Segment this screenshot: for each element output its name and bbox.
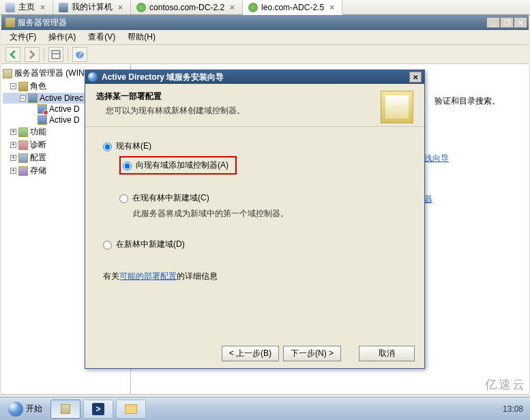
separator — [68, 48, 68, 61]
expand-icon[interactable]: + — [10, 142, 16, 148]
tree-label: 功能 — [30, 126, 46, 138]
dialog-buttons: < 上一步(B) 下一步(N) > 取消 — [222, 346, 415, 361]
radio-existing-forest[interactable] — [103, 142, 112, 151]
radio-add-dc[interactable] — [123, 162, 132, 170]
taskbar: 开始 > 13:08 — [0, 397, 530, 420]
tab-mycomputer[interactable]: 我的计算机 × — [53, 0, 131, 14]
tab-label: leo.com-ADC-2.5 — [261, 3, 324, 12]
expand-icon[interactable]: + — [10, 129, 16, 135]
more-info: 有关可能的部署配置的详细信息 — [103, 271, 407, 282]
menu-bar: 文件(F) 操作(A) 查看(V) 帮助(H) — [1, 30, 529, 45]
back-button[interactable]: < 上一步(B) — [222, 346, 279, 361]
collapse-icon[interactable]: − — [10, 83, 16, 89]
wizard-icon — [88, 72, 98, 82]
menu-help[interactable]: 帮助(H) — [122, 30, 161, 44]
dialog-titlebar[interactable]: Active Directory 域服务安装向导 ✕ — [85, 70, 424, 84]
configuration-icon — [18, 153, 28, 163]
window-title: 服务器管理器 — [18, 17, 67, 29]
clock: 13:08 — [503, 404, 523, 414]
maximize-button[interactable]: ❐ — [500, 17, 514, 28]
more-info-prefix: 有关 — [103, 271, 119, 281]
option-label: 在新林中新建域(D) — [116, 239, 185, 250]
wizard-link[interactable]: 浅向导 — [424, 153, 449, 164]
diagnostics-icon — [18, 140, 28, 150]
pane-text-fragment: 验证和目录搜索。 — [435, 95, 500, 107]
tree-label: 配置 — [30, 152, 46, 164]
tab-label: 主页 — [18, 1, 35, 13]
server-icon — [136, 3, 146, 12]
tree-label: 诊断 — [30, 139, 46, 151]
tree-label: Active D — [49, 115, 80, 125]
tab-label: contoso.com-DC-2.2 — [149, 3, 224, 12]
details-button[interactable] — [48, 47, 63, 62]
close-icon[interactable]: × — [38, 3, 47, 12]
minimize-button[interactable]: _ — [486, 17, 500, 28]
dialog-header-subtitle: 您可以为现有林或新林创建域控制器。 — [106, 105, 381, 117]
toolbar: ? — [1, 45, 529, 64]
expand-icon[interactable]: + — [10, 155, 16, 161]
storage-icon — [18, 166, 28, 176]
cancel-button[interactable]: 取消 — [359, 346, 415, 361]
folder-icon — [125, 404, 137, 414]
tab-contoso[interactable]: contoso.com-DC-2.2 × — [131, 0, 243, 14]
start-orb-icon — [8, 402, 23, 417]
tab-home[interactable]: 主页 × — [0, 0, 53, 14]
expand-icon[interactable]: + — [10, 168, 16, 174]
option-label: 在现有林中新建域(C) — [132, 192, 209, 204]
start-label: 开始 — [26, 403, 42, 415]
svg-rect-0 — [52, 50, 60, 59]
start-button[interactable]: 开始 — [3, 400, 48, 418]
collapse-icon[interactable]: − — [20, 95, 26, 102]
dialog-header: 选择某一部署配置 您可以为现有林或新林创建域控制器。 — [85, 84, 424, 127]
server-icon — [248, 3, 258, 12]
option-new-domain-existing-forest[interactable]: 在现有林中新建域(C) — [119, 192, 407, 204]
close-button[interactable]: ✕ — [514, 17, 527, 28]
option-add-dc[interactable]: 向现有域添加域控制器(A) — [119, 156, 407, 175]
system-tray[interactable]: 13:08 — [503, 404, 527, 414]
dialog-close-button[interactable]: ✕ — [409, 72, 422, 82]
tree-label: 角色 — [30, 80, 46, 92]
svg-text:?: ? — [77, 50, 83, 59]
close-icon[interactable]: × — [228, 3, 237, 12]
powershell-icon: > — [92, 403, 104, 415]
tab-leo[interactable]: leo.com-ADC-2.5 × — [243, 0, 342, 15]
option-existing-forest[interactable]: 现有林(E) — [103, 140, 407, 152]
server-link[interactable]: 器 — [424, 194, 432, 205]
tree-label: Active Direc — [40, 93, 83, 103]
menu-action[interactable]: 操作(A) — [43, 30, 81, 44]
back-button[interactable] — [5, 47, 20, 62]
ad-install-wizard-dialog: Active Directory 域服务安装向导 ✕ 选择某一部署配置 您可以为… — [85, 70, 425, 369]
selection-highlight: 向现有域添加域控制器(A) — [119, 156, 237, 175]
option-label: 现有林(E) — [116, 140, 151, 152]
forward-button[interactable] — [25, 47, 40, 62]
task-explorer[interactable] — [116, 400, 146, 419]
option-new-forest[interactable]: 在新林中新建域(D) — [103, 239, 407, 250]
help-button[interactable]: ? — [72, 47, 87, 62]
wizard-banner-icon — [381, 91, 413, 123]
next-button[interactable]: 下一步(N) > — [283, 346, 341, 361]
close-icon[interactable]: × — [116, 3, 125, 12]
option-description: 此服务器将成为新域中的第一个域控制器。 — [133, 208, 407, 220]
app-icon — [5, 18, 15, 27]
more-info-suffix: 的详细信息 — [177, 271, 218, 281]
close-icon[interactable]: × — [327, 3, 336, 12]
menu-file[interactable]: 文件(F) — [4, 30, 42, 44]
separator — [44, 48, 44, 61]
home-icon — [5, 3, 15, 12]
roles-icon — [18, 82, 28, 91]
radio-new-forest[interactable] — [103, 241, 112, 250]
dialog-body: 选择某一部署配置 您可以为现有林或新林创建域控制器。 现有林(E) 向现有域添加… — [85, 84, 424, 368]
dialog-content: 现有林(E) 向现有域添加域控制器(A) 在现有林中新建域(C) 此服务器将成为… — [85, 127, 424, 289]
computer-icon — [59, 3, 68, 12]
option-label: 向现有域添加域控制器(A) — [136, 160, 229, 171]
server-manager-icon — [61, 404, 70, 414]
session-tabs: 主页 × 我的计算机 × contoso.com-DC-2.2 × leo.co… — [0, 0, 530, 15]
more-info-link[interactable]: 可能的部署配置 — [119, 271, 177, 281]
dialog-header-title: 选择某一部署配置 — [96, 91, 381, 102]
task-powershell[interactable]: > — [83, 400, 113, 419]
radio-new-domain-existing[interactable] — [119, 194, 128, 203]
ad-icon — [38, 104, 47, 114]
task-server-manager[interactable] — [50, 400, 80, 419]
window-titlebar: 服务器管理器 _ ❐ ✕ — [1, 15, 529, 30]
menu-view[interactable]: 查看(V) — [83, 30, 121, 44]
